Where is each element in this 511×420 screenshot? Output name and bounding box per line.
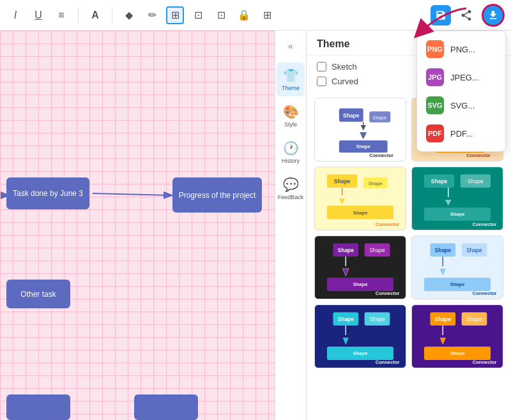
jpeg-label: JPEG... xyxy=(450,73,479,82)
svg-text:Connector: Connector xyxy=(376,359,400,365)
export-jpeg-item[interactable]: JPG JPEG... xyxy=(417,63,505,91)
select-btn[interactable]: ⊞ xyxy=(166,6,184,24)
shape-bottom2[interactable] xyxy=(134,394,198,420)
svg-text:Connector: Connector xyxy=(473,359,497,365)
svg-text:Shape: Shape xyxy=(353,210,368,216)
svg-text:Shape: Shape xyxy=(372,115,386,121)
sidebar-item-history[interactable]: 🕐 History xyxy=(277,135,305,169)
collapse-btn[interactable]: « xyxy=(279,37,302,55)
svg-text:Shape: Shape xyxy=(334,178,351,184)
theme-card-yellow[interactable]: Shape Shape Shape Connector xyxy=(314,167,406,230)
arrange-btn[interactable]: ⊡ xyxy=(212,6,230,24)
svg-marker-61 xyxy=(343,338,349,345)
svg-text:Connector: Connector xyxy=(466,153,491,158)
export-png-item[interactable]: PNG PNG... xyxy=(417,35,505,63)
svg-text:Shape: Shape xyxy=(353,350,368,356)
sketch-checkbox[interactable] xyxy=(317,62,326,71)
svg-marker-52 xyxy=(440,269,446,276)
export-pdf-item[interactable]: PDF PDF... xyxy=(417,119,505,147)
theme-icon: 👕 xyxy=(283,68,299,83)
svg-marker-34 xyxy=(445,200,451,206)
fill-btn[interactable]: ◆ xyxy=(120,6,138,24)
png-icon: PNG xyxy=(426,40,444,58)
list-btn[interactable]: ≡ xyxy=(52,6,70,24)
sidebar-item-feedback[interactable]: 💬 FeedBack xyxy=(277,172,305,206)
canvas-area[interactable]: Task done by June 3 Progress of the proj… xyxy=(0,31,275,420)
underline-btn[interactable]: U xyxy=(29,6,47,24)
left-sidebar: « 👕 Theme 🎨 Style 🕐 History 💬 FeedBack xyxy=(275,31,307,420)
svg-text:Shape: Shape xyxy=(353,281,368,287)
svg-text:Shape: Shape xyxy=(450,281,465,287)
feedback-icon: 💬 xyxy=(283,177,299,192)
share-btn[interactable] xyxy=(456,5,477,26)
svg-text:Connector: Connector xyxy=(369,153,393,158)
curved-label: Curved xyxy=(332,77,358,86)
lock-btn[interactable]: 🔒 xyxy=(235,6,253,24)
pdf-icon: PDF xyxy=(426,124,444,142)
svg-marker-43 xyxy=(343,269,349,276)
theme-card-purple[interactable]: Shape Shape Shape Connector xyxy=(411,304,503,368)
history-icon: 🕐 xyxy=(283,140,299,156)
svg-text:Shape: Shape xyxy=(466,316,482,322)
svg-text:Shape: Shape xyxy=(343,112,360,119)
sep1 xyxy=(78,8,79,23)
shape-other-task[interactable]: Other task xyxy=(6,280,70,308)
svg-text:Shape: Shape xyxy=(431,178,448,184)
shape-progress[interactable]: Progress of the project xyxy=(172,177,262,213)
svg-text:Shape: Shape xyxy=(369,316,385,322)
svg-text:Connector: Connector xyxy=(473,221,497,227)
crop-btn[interactable]: ⊡ xyxy=(189,6,207,24)
svg-text:Shape: Shape xyxy=(468,178,484,184)
curved-checkbox[interactable] xyxy=(317,77,326,86)
svg-label: SVG... xyxy=(450,101,475,110)
export-svg-item[interactable]: SVG SVG... xyxy=(417,91,505,119)
svg-text:Shape: Shape xyxy=(338,247,355,253)
svg-text:Shape: Shape xyxy=(356,144,370,149)
svg-text:Shape: Shape xyxy=(450,211,465,217)
svg-text:Shape: Shape xyxy=(369,247,385,253)
svg-text:Shape: Shape xyxy=(466,247,482,253)
png-label: PNG... xyxy=(450,45,475,54)
svg-text:Shape: Shape xyxy=(369,181,383,186)
theme-card-teal[interactable]: Shape Shape Shape Connector xyxy=(411,167,503,230)
svg-text:Shape: Shape xyxy=(450,350,465,356)
svg-text:Shape: Shape xyxy=(435,247,452,253)
sidebar-item-history-label: History xyxy=(282,158,300,164)
sketch-label: Sketch xyxy=(332,62,357,71)
italic-btn[interactable]: I xyxy=(6,6,24,24)
pen-btn[interactable]: ✏ xyxy=(143,6,161,24)
svg-text:Shape: Shape xyxy=(338,316,355,322)
pdf-label: PDF... xyxy=(450,129,473,139)
shape-bottom1[interactable] xyxy=(6,394,70,420)
svg-line-0 xyxy=(93,193,171,195)
export-dropdown: PNG PNG... JPG JPEG... SVG SVG... PDF PD… xyxy=(416,31,506,152)
theme-card-navy[interactable]: Shape Shape Shape Connector xyxy=(314,304,406,368)
sidebar-item-style[interactable]: 🎨 Style xyxy=(277,99,305,133)
toolbar: I U ≡ A ◆ ✏ ⊞ ⊡ ⊡ 🔒 ⊞ xyxy=(0,0,511,31)
svg-text:Connector: Connector xyxy=(376,221,400,227)
svg-icon: SVG xyxy=(426,96,444,114)
sidebar-item-theme-label: Theme xyxy=(282,85,300,91)
svg-text:Shape: Shape xyxy=(435,316,452,322)
font-btn[interactable]: A xyxy=(86,6,104,24)
theme-card-dark[interactable]: Shape Shape Shape Connector xyxy=(314,236,406,299)
sidebar-item-theme[interactable]: 👕 Theme xyxy=(277,63,305,96)
jpeg-icon: JPG xyxy=(426,68,444,86)
shape-task-done[interactable]: Task done by June 3 xyxy=(6,177,89,209)
theme-card-default[interactable]: Shape Shape Shape Connector xyxy=(314,98,406,161)
svg-marker-7 xyxy=(360,133,366,139)
sep2 xyxy=(112,8,112,23)
grid-btn[interactable]: ⊞ xyxy=(258,6,276,24)
sidebar-item-style-label: Style xyxy=(284,121,297,128)
sidebar-item-feedback-label: FeedBack xyxy=(278,194,304,200)
svg-marker-25 xyxy=(339,199,345,204)
svg-marker-70 xyxy=(440,338,446,345)
svg-text:Connector: Connector xyxy=(376,290,400,296)
canvas-arrows xyxy=(0,31,275,420)
theme-card-light-blue[interactable]: Shape Shape Shape Connector xyxy=(411,236,503,299)
export-btn[interactable] xyxy=(482,4,505,27)
toolbar-right xyxy=(431,4,505,27)
save-btn[interactable] xyxy=(431,5,451,26)
svg-text:Connector: Connector xyxy=(473,290,497,296)
style-icon: 🎨 xyxy=(283,104,299,119)
